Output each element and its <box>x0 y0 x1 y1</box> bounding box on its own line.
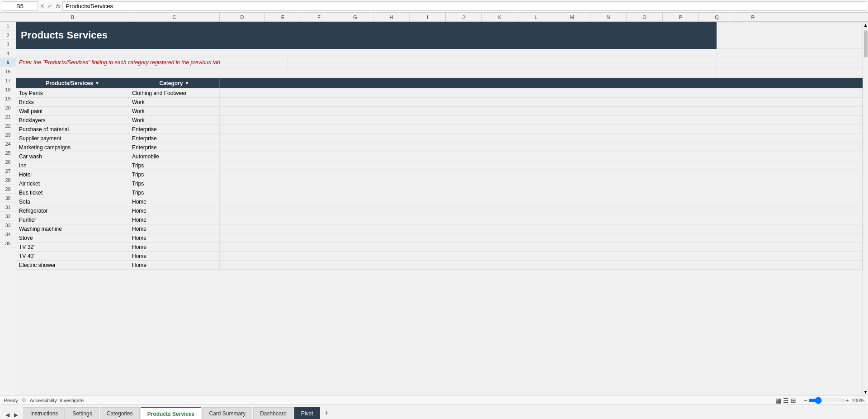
empty-cell-r2c[interactable] <box>129 49 717 57</box>
cell-b32[interactable]: Stove <box>16 233 129 242</box>
cell-extra25[interactable] <box>220 170 863 179</box>
cell-c17[interactable]: Work <box>129 98 220 106</box>
cell-b31[interactable]: Washing machine <box>16 224 129 233</box>
cell-c33[interactable]: Home <box>129 243 220 251</box>
empty-cell-r4c[interactable] <box>129 69 717 77</box>
cell-b27[interactable]: Bus ticket <box>16 188 129 197</box>
row-num-26[interactable]: 26 <box>0 157 16 167</box>
row-num-35[interactable]: 35 <box>0 239 16 248</box>
cell-c20[interactable]: Enterprise <box>129 125 220 133</box>
cell-extra27[interactable] <box>220 188 863 197</box>
col-header-q[interactable]: Q <box>699 13 735 21</box>
cell-b33[interactable]: TV 32" <box>16 243 129 251</box>
cell-c30[interactable]: Home <box>129 215 220 224</box>
row-num-30[interactable]: 30 <box>0 194 16 203</box>
col-header-o[interactable]: O <box>627 13 663 21</box>
cell-extra18[interactable] <box>220 107 863 115</box>
cell-extra17[interactable] <box>220 98 863 106</box>
cell-c23[interactable]: Automobile <box>129 152 220 161</box>
row-num-4[interactable]: 4 <box>0 49 16 58</box>
row-num-2[interactable]: 2 <box>0 31 16 40</box>
row-num-25[interactable]: 25 <box>0 148 16 157</box>
cell-c19[interactable]: Work <box>129 116 220 124</box>
cell-extra22[interactable] <box>220 143 863 152</box>
cell-b26[interactable]: Air ticket <box>16 179 129 188</box>
col-header-d[interactable]: D <box>220 13 265 21</box>
empty-cell-r4b[interactable] <box>16 69 129 77</box>
row-num-18[interactable]: 18 <box>0 85 16 94</box>
instruction-cell[interactable]: Enter the "Products/Services" linking to… <box>16 58 288 68</box>
col-products-services-header[interactable]: Products/Services ▼ <box>16 78 129 88</box>
row-num-24[interactable]: 24 <box>0 139 16 148</box>
cell-b19[interactable]: Bricklayers <box>16 116 129 124</box>
row-num-1[interactable]: 1 <box>0 22 16 31</box>
cell-extra30[interactable] <box>220 215 863 224</box>
title-cell[interactable]: Products Services <box>16 22 717 49</box>
row-num-21[interactable]: 21 <box>0 112 16 121</box>
cell-extra32[interactable] <box>220 233 863 242</box>
row-num-23[interactable]: 23 <box>0 130 16 139</box>
cell-extra35[interactable] <box>220 261 863 269</box>
cell-c31[interactable]: Home <box>129 224 220 233</box>
cell-extra20[interactable] <box>220 125 863 133</box>
col-header-j[interactable]: J <box>446 13 482 21</box>
empty-cell-r3c[interactable] <box>288 58 717 68</box>
cell-b30[interactable]: Purifier <box>16 215 129 224</box>
col-category-header[interactable]: Category ▼ <box>129 78 220 88</box>
cell-b16[interactable]: Toy Pants <box>16 89 129 97</box>
row-num-17[interactable]: 17 <box>0 76 16 85</box>
cell-b28[interactable]: Sofa <box>16 197 129 206</box>
col-header-p[interactable]: P <box>663 13 699 21</box>
col2-dropdown-arrow[interactable]: ▼ <box>185 81 189 86</box>
cell-c21[interactable]: Enterprise <box>129 134 220 143</box>
cell-c27[interactable]: Trips <box>129 188 220 197</box>
cell-b22[interactable]: Marketing campaigns <box>16 143 129 152</box>
col-header-l[interactable]: L <box>518 13 554 21</box>
cell-extra33[interactable] <box>220 243 863 251</box>
cell-c22[interactable]: Enterprise <box>129 143 220 152</box>
cell-extra28[interactable] <box>220 197 863 206</box>
row-num-19[interactable]: 19 <box>0 94 16 103</box>
cell-c25[interactable]: Trips <box>129 170 220 179</box>
col-header-h[interactable]: H <box>373 13 410 21</box>
cancel-formula-btn[interactable]: ✕ <box>40 3 45 10</box>
cell-c16[interactable]: Clothing and Footwear <box>129 89 220 97</box>
col-header-n[interactable]: N <box>590 13 627 21</box>
row-num-5[interactable]: 5 <box>0 58 16 67</box>
col-header-g[interactable]: G <box>337 13 373 21</box>
cell-b35[interactable]: Electric shower <box>16 261 129 269</box>
cell-b18[interactable]: Wall paint <box>16 107 129 115</box>
col1-dropdown-arrow[interactable]: ▼ <box>95 81 99 86</box>
scroll-up-btn[interactable]: ▲ <box>863 22 868 29</box>
cell-c18[interactable]: Work <box>129 107 220 115</box>
row-num-33[interactable]: 33 <box>0 221 16 230</box>
cell-c28[interactable]: Home <box>129 197 220 206</box>
scrollbar-thumb[interactable] <box>864 30 868 57</box>
row-num-20[interactable]: 20 <box>0 103 16 112</box>
cell-reference-box[interactable]: B5 <box>2 1 38 11</box>
cell-b21[interactable]: Supplier payment <box>16 134 129 143</box>
cell-extra19[interactable] <box>220 116 863 124</box>
vertical-scrollbar[interactable]: ▲ ▼ <box>863 22 868 395</box>
col-header-b[interactable]: B <box>16 13 129 21</box>
row-num-3[interactable]: 3 <box>0 40 16 49</box>
formula-input[interactable] <box>62 1 866 11</box>
row-num-29[interactable]: 29 <box>0 185 16 194</box>
cell-b20[interactable]: Purchase of material <box>16 125 129 133</box>
cell-extra24[interactable] <box>220 161 863 170</box>
cell-b17[interactable]: Bricks <box>16 98 129 106</box>
col-header-e[interactable]: E <box>265 13 301 21</box>
row-num-32[interactable]: 32 <box>0 212 16 221</box>
cell-c26[interactable]: Trips <box>129 179 220 188</box>
cell-extra16[interactable] <box>220 89 863 97</box>
col-header-i[interactable]: I <box>410 13 446 21</box>
col-header-k[interactable]: K <box>482 13 518 21</box>
col-header-m[interactable]: M <box>554 13 590 21</box>
empty-cell-r2b[interactable] <box>16 49 129 57</box>
row-num-22[interactable]: 22 <box>0 121 16 130</box>
cell-c29[interactable]: Home <box>129 206 220 215</box>
confirm-formula-btn[interactable]: ✓ <box>47 3 52 10</box>
row-num-34[interactable]: 34 <box>0 230 16 239</box>
cell-c32[interactable]: Home <box>129 233 220 242</box>
scroll-down-btn[interactable]: ▼ <box>863 389 868 395</box>
